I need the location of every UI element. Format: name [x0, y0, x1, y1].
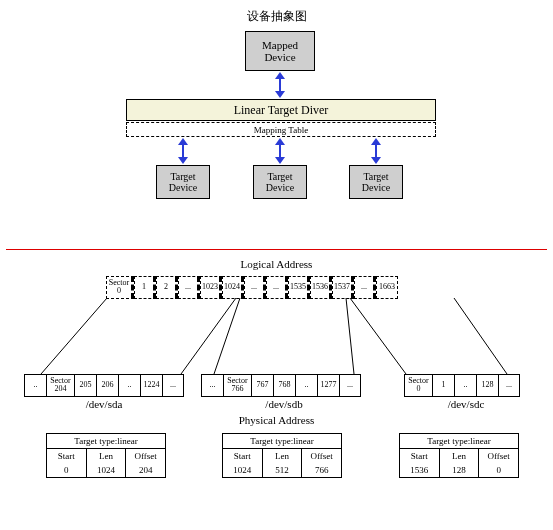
- sector-cell: Sector 204: [46, 374, 74, 397]
- mapping-table-label: Mapping Table: [254, 125, 308, 135]
- table-cell: 1024: [223, 463, 263, 477]
- divider: [6, 249, 547, 250]
- target-device-box-2: Target Device: [253, 165, 307, 199]
- table-header: Offset: [479, 449, 518, 463]
- arrow-up-icon: [178, 138, 188, 145]
- sector-cell: 128: [476, 374, 498, 397]
- mapping-table-sdb: Target type:linear Start Len Offset 1024…: [222, 433, 342, 478]
- target-device-box-1: Target Device: [156, 165, 210, 199]
- sector-cell: 767: [251, 374, 273, 397]
- mapping-table-sdc: Target type:linear Start Len Offset 1536…: [399, 433, 519, 478]
- arrow-up-icon: [371, 138, 381, 145]
- table-type-label: Target type:linear: [400, 434, 518, 449]
- dev-sdc-strip: Sector 01..128...: [404, 374, 520, 397]
- table-cell: 0: [479, 463, 518, 477]
- sector-cell: ..: [118, 374, 140, 397]
- table-cell: 128: [440, 463, 480, 477]
- sector-cell: 206: [96, 374, 118, 397]
- table-header: Offset: [302, 449, 341, 463]
- table-header: Offset: [126, 449, 165, 463]
- mapped-device-box: Mapped Device: [245, 31, 315, 71]
- arrow-to-target-1: [178, 138, 188, 164]
- sector-cell: Sector 766: [223, 374, 251, 397]
- table-cell: 204: [126, 463, 165, 477]
- arrow-up-icon: [275, 138, 285, 145]
- title-top: 设备抽象图: [6, 8, 547, 25]
- table-cell: 766: [302, 463, 341, 477]
- arrow-down-icon: [275, 157, 285, 164]
- sector-cell: ..: [24, 374, 46, 397]
- sector-cell: ...: [162, 374, 184, 397]
- device-abstraction-diagram: Mapped Device Linear Target Diver Mappin…: [6, 31, 547, 241]
- sector-cell: Sector 0: [404, 374, 432, 397]
- target-device-label: Target Device: [266, 171, 294, 193]
- svg-line-1: [181, 298, 236, 374]
- sector-cell: 768: [273, 374, 295, 397]
- sector-cell: 1277: [317, 374, 339, 397]
- mapping-table-sda: Target type:linear Start Len Offset 0 10…: [46, 433, 166, 478]
- arrow-down-icon: [178, 157, 188, 164]
- table-header: Len: [263, 449, 303, 463]
- dev-sdc-label: /dev/sdc: [426, 398, 506, 410]
- svg-line-3: [346, 298, 354, 374]
- svg-line-0: [41, 298, 107, 374]
- linear-target-driver-label: Linear Target Diver: [234, 103, 329, 117]
- table-cell: 512: [263, 463, 303, 477]
- target-device-label: Target Device: [362, 171, 390, 193]
- sector-cell: 205: [74, 374, 96, 397]
- svg-line-2: [214, 298, 240, 374]
- svg-line-4: [350, 298, 406, 374]
- mapping-table-box: Mapping Table: [126, 122, 436, 137]
- table-header: Len: [87, 449, 127, 463]
- table-type-label: Target type:linear: [47, 434, 165, 449]
- dev-sdb-label: /dev/sdb: [244, 398, 324, 410]
- table-cell: 0: [47, 463, 87, 477]
- sector-cell: 1224: [140, 374, 162, 397]
- arrow-mapped-to-linear: [275, 72, 285, 98]
- sector-cell: 1: [432, 374, 454, 397]
- arrow-down-icon: [275, 91, 285, 98]
- sector-cell: ...: [498, 374, 520, 397]
- mapped-device-label: Mapped Device: [262, 39, 298, 63]
- dev-sdb-strip: ...Sector 766767768..1277...: [201, 374, 361, 397]
- arrow-down-icon: [371, 157, 381, 164]
- arrow-to-target-3: [371, 138, 381, 164]
- table-cell: 1024: [87, 463, 127, 477]
- physical-address-label: Physical Address: [6, 414, 547, 426]
- target-device-box-3: Target Device: [349, 165, 403, 199]
- sector-cell: ...: [201, 374, 223, 397]
- svg-line-5: [454, 298, 507, 374]
- sector-cell: ...: [339, 374, 361, 397]
- dev-sda-label: /dev/sda: [64, 398, 144, 410]
- sector-cell: ..: [295, 374, 317, 397]
- table-header: Start: [223, 449, 263, 463]
- sector-cell: ..: [454, 374, 476, 397]
- target-device-label: Target Device: [169, 171, 197, 193]
- table-header: Start: [400, 449, 440, 463]
- table-header: Len: [440, 449, 480, 463]
- address-mapping-diagram: Logical Address Sector 012...10231024...…: [6, 258, 547, 520]
- table-type-label: Target type:linear: [223, 434, 341, 449]
- arrow-to-target-2: [275, 138, 285, 164]
- dev-sda-strip: ..Sector 204205206..1224...: [24, 374, 184, 397]
- arrow-up-icon: [275, 72, 285, 79]
- table-header: Start: [47, 449, 87, 463]
- table-cell: 1536: [400, 463, 440, 477]
- linear-target-driver-box: Linear Target Diver: [126, 99, 436, 121]
